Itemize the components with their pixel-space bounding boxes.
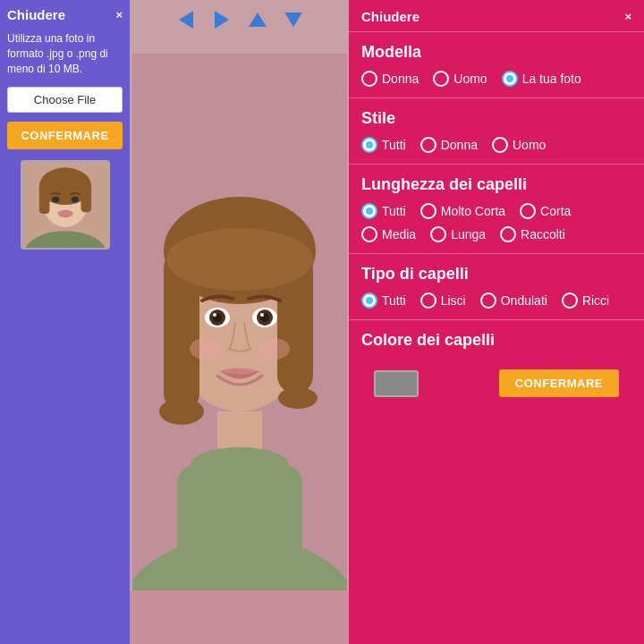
svg-rect-6 <box>80 184 91 213</box>
svg-marker-13 <box>284 13 302 27</box>
left-close-button[interactable]: × <box>115 8 123 21</box>
modella-uomo-radio[interactable] <box>433 71 449 87</box>
svg-point-24 <box>278 387 318 409</box>
stile-donna-radio[interactable] <box>420 137 436 153</box>
choose-file-button[interactable]: Choose File <box>7 87 123 113</box>
tipo-ondulati-option[interactable]: Ondulati <box>480 292 547 309</box>
svg-point-25 <box>166 228 313 291</box>
svg-marker-11 <box>215 11 229 29</box>
tipo-ricci-radio[interactable] <box>562 292 578 309</box>
modella-tuafoto-label: La tua foto <box>522 72 581 86</box>
stile-title: Stile <box>361 109 631 128</box>
svg-point-34 <box>190 338 222 360</box>
modella-tuafoto-option[interactable]: La tua foto <box>502 71 581 87</box>
stile-donna-option[interactable]: Donna <box>420 137 478 153</box>
arrow-left-button[interactable] <box>174 7 199 38</box>
svg-marker-12 <box>249 13 267 27</box>
lunghezza-title: Lunghezza dei capelli <box>361 175 631 194</box>
tipo-lisci-option[interactable]: Lisci <box>420 292 466 309</box>
left-confirm-button[interactable]: CONFERMARE <box>7 122 123 149</box>
section-colore: Colore dei capelli CONFERMARE <box>349 319 644 419</box>
lunghezza-raccolti-radio[interactable] <box>500 226 516 242</box>
lunghezza-media-label: Media <box>382 227 416 242</box>
left-instructions: Utilizza una foto in formato .jpg o .png… <box>7 31 123 76</box>
arrow-up-icon <box>245 7 270 32</box>
thumbnail-face-svg <box>22 160 108 250</box>
tipo-title: Tipo di capelli <box>361 265 631 284</box>
left-header: Chiudere × <box>7 7 123 22</box>
lunghezza-tutti-radio[interactable] <box>361 203 377 219</box>
model-figure-svg <box>132 54 347 644</box>
lunghezza-lunga-option[interactable]: Lunga <box>430 226 486 242</box>
nav-arrows <box>130 7 349 38</box>
modella-donna-option[interactable]: Donna <box>361 71 419 87</box>
stile-tutti-label: Tutti <box>382 138 406 152</box>
svg-point-35 <box>258 338 290 360</box>
colore-bottom-bar: CONFERMARE <box>361 359 631 408</box>
stile-tutti-option[interactable]: Tutti <box>361 137 406 153</box>
lunghezza-tutti-label: Tutti <box>382 204 406 218</box>
tipo-lisci-label: Lisci <box>441 293 466 308</box>
tipo-tutti-label: Tutti <box>382 293 406 308</box>
lunghezza-tutti-option[interactable]: Tutti <box>361 203 406 219</box>
colore-title: Colore dei capelli <box>361 331 631 350</box>
color-swatch[interactable] <box>374 370 419 397</box>
lunghezza-media-radio[interactable] <box>361 226 377 242</box>
arrow-down-icon <box>281 7 306 32</box>
tipo-tutti-radio[interactable] <box>361 292 377 309</box>
center-area <box>130 0 349 644</box>
svg-point-23 <box>159 398 204 425</box>
right-close-button[interactable]: × <box>624 10 631 23</box>
stile-uomo-label: Uomo <box>513 138 546 152</box>
tipo-options: Tutti Lisci Ondulati Ricci <box>361 292 631 309</box>
tipo-ricci-option[interactable]: Ricci <box>562 292 609 309</box>
bottom-strip <box>130 590 349 644</box>
lunghezza-options: Tutti Molto Corta Corta Media Lunga Racc… <box>361 203 631 242</box>
svg-point-29 <box>213 313 216 317</box>
right-header: Chiudere × <box>349 0 644 31</box>
arrow-up-button[interactable] <box>245 7 270 38</box>
model-image-container <box>130 0 349 644</box>
tipo-tutti-option[interactable]: Tutti <box>361 292 406 309</box>
modella-tuafoto-radio[interactable] <box>502 71 518 87</box>
arrow-right-icon <box>209 7 234 32</box>
stile-options: Tutti Donna Uomo <box>361 137 631 153</box>
stile-tutti-radio[interactable] <box>361 137 377 153</box>
arrow-down-button[interactable] <box>281 7 306 38</box>
stile-uomo-radio[interactable] <box>492 137 508 153</box>
modella-options: Donna Uomo La tua foto <box>361 71 631 87</box>
section-stile: Stile Tutti Donna Uomo <box>349 97 644 164</box>
modella-title: Modella <box>361 43 631 62</box>
modella-uomo-option[interactable]: Uomo <box>433 71 487 87</box>
lunghezza-raccolti-label: Raccolti <box>521 227 565 242</box>
stile-donna-label: Donna <box>441 138 478 152</box>
right-title: Chiudere <box>361 9 419 24</box>
left-title: Chiudere <box>7 7 65 22</box>
tipo-ondulati-radio[interactable] <box>480 292 496 309</box>
section-modella: Modella Donna Uomo La tua foto <box>349 31 644 97</box>
stile-uomo-option[interactable]: Uomo <box>492 137 546 153</box>
svg-point-9 <box>57 210 72 217</box>
left-panel: Chiudere × Utilizza una foto in formato … <box>0 0 130 644</box>
lunghezza-moltocorta-radio[interactable] <box>420 203 436 219</box>
thumbnail-box <box>21 160 110 250</box>
lunghezza-moltocorta-option[interactable]: Molto Corta <box>420 203 505 219</box>
lunghezza-raccolti-option[interactable]: Raccolti <box>500 226 565 242</box>
svg-point-33 <box>260 313 264 317</box>
lunghezza-corta-label: Corta <box>540 204 571 218</box>
arrow-right-button[interactable] <box>209 7 234 38</box>
svg-point-7 <box>52 197 59 203</box>
lunghezza-media-option[interactable]: Media <box>361 226 416 242</box>
svg-marker-10 <box>179 11 193 29</box>
right-panel: Chiudere × Modella Donna Uomo La tua fot… <box>349 0 644 644</box>
modella-donna-radio[interactable] <box>361 71 377 87</box>
lunghezza-corta-radio[interactable] <box>520 203 536 219</box>
lunghezza-lunga-label: Lunga <box>451 227 486 242</box>
lunghezza-lunga-radio[interactable] <box>430 226 446 242</box>
tipo-ondulati-label: Ondulati <box>501 293 547 308</box>
right-confirm-button[interactable]: CONFERMARE <box>499 369 619 397</box>
section-lunghezza: Lunghezza dei capelli Tutti Molto Corta … <box>349 164 644 253</box>
lunghezza-corta-option[interactable]: Corta <box>520 203 571 219</box>
tipo-lisci-radio[interactable] <box>420 292 436 309</box>
modella-donna-label: Donna <box>382 72 419 86</box>
